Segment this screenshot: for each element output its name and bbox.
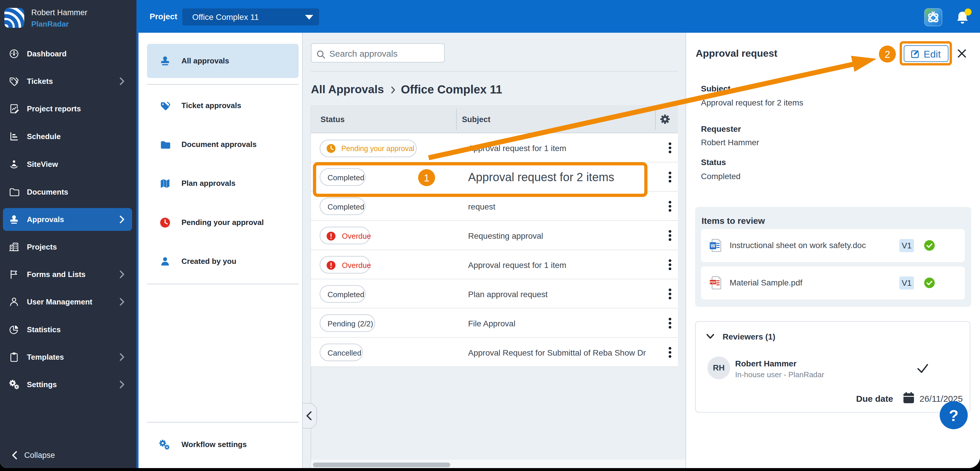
svg-text:PDF: PDF	[710, 280, 716, 284]
svg-text:W: W	[711, 243, 716, 249]
